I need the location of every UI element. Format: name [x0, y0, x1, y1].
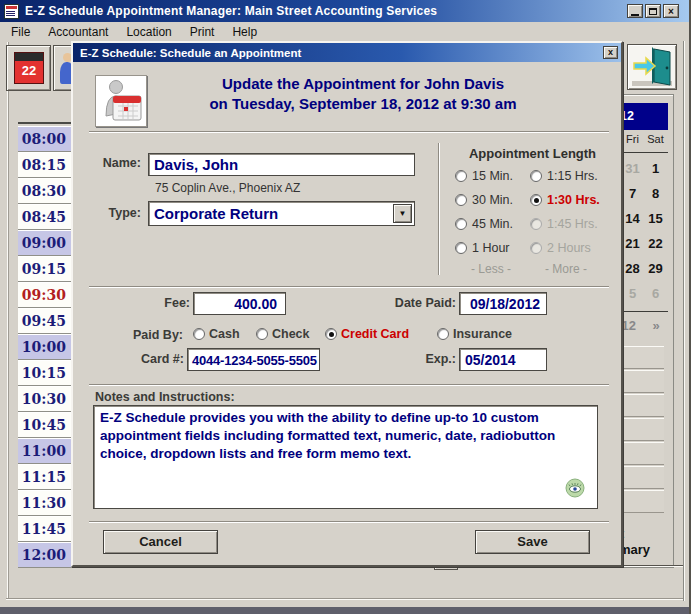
length-radio-2-hours[interactable]: [530, 242, 542, 254]
length-radio-45-min-[interactable]: [455, 218, 467, 230]
time-slot-11:30[interactable]: 11:30: [18, 490, 74, 516]
panel-divider: [8, 42, 9, 598]
length-radio-1-hour[interactable]: [455, 242, 467, 254]
exp-input[interactable]: 05/2014: [459, 348, 547, 371]
separator: [89, 131, 609, 133]
length-radio-1-45-hrs-[interactable]: [530, 218, 542, 230]
minimize-button[interactable]: [627, 4, 643, 18]
cancel-button[interactable]: Cancel: [103, 530, 218, 554]
exit-button[interactable]: [627, 44, 677, 90]
length-radio-1-30-hrs-[interactable]: [530, 194, 542, 206]
calendar-toolbar-button[interactable]: 22: [6, 45, 51, 91]
type-dropdown[interactable]: Corporate Return ▼: [148, 201, 415, 226]
length-radio-30-min-[interactable]: [455, 194, 467, 206]
window-edge: [6, 598, 684, 599]
calendar-day-header-fri: Fri: [621, 133, 644, 149]
window-title: E-Z Schedule Appointment Manager: Main S…: [25, 4, 437, 18]
time-slot-10:30[interactable]: 10:30: [18, 386, 74, 412]
separator: [89, 521, 609, 523]
chevron-down-icon[interactable]: ▼: [393, 204, 412, 223]
length-option-label: 2 Hours: [547, 241, 591, 255]
calendar-day-header-sat: Sat: [644, 133, 667, 149]
calendar-day-icon: 22: [14, 52, 44, 84]
time-slot-11:15[interactable]: 11:15: [18, 464, 74, 490]
notes-textarea[interactable]: E-Z Schedule provides you with the abili…: [93, 405, 598, 509]
appointment-length-title: Appointment Length: [450, 146, 615, 161]
time-slot-09:00[interactable]: 09:00: [18, 230, 74, 256]
calendar-date[interactable]: 15: [644, 206, 667, 231]
length-option-label: 1 Hour: [472, 241, 510, 255]
save-button[interactable]: Save: [475, 530, 590, 554]
eye-icon[interactable]: [565, 478, 585, 498]
time-slot-10:00[interactable]: 10:00: [18, 334, 74, 360]
paid-by-option-label: Cash: [209, 327, 240, 341]
type-label: Type:: [89, 206, 141, 220]
calendar-date[interactable]: 5: [621, 281, 644, 306]
length-option-label: 45 Min.: [472, 217, 513, 231]
dialog-heading: on Tuesday, September 18, 2012 at 9:30 a…: [133, 95, 593, 114]
calendar-date[interactable]: 7: [621, 181, 644, 206]
fee-input[interactable]: 400.00: [193, 292, 286, 315]
time-slot-09:30[interactable]: 09:30: [18, 282, 74, 308]
calendar-date[interactable]: 6: [644, 281, 667, 306]
dialog-close-button[interactable]: x: [603, 46, 618, 59]
calendar-date[interactable]: 1: [644, 156, 667, 181]
paid-by-radio-cash[interactable]: [193, 328, 205, 340]
paid-by-radio-credit-card[interactable]: [325, 328, 337, 340]
calendar-date[interactable]: 8: [644, 181, 667, 206]
length-option-label: 15 Min.: [472, 169, 513, 183]
paid-by-radio-check[interactable]: [256, 328, 268, 340]
time-slot-11:00[interactable]: 11:00: [18, 438, 74, 464]
paid-by-label: Paid By:: [113, 328, 183, 342]
time-slot-08:45[interactable]: 08:45: [18, 204, 74, 230]
window-edge: [684, 41, 685, 601]
time-slot-10:45[interactable]: 10:45: [18, 412, 74, 438]
paid-by-radio-insurance[interactable]: [437, 328, 449, 340]
menu-item-accountant[interactable]: Accountant: [39, 24, 117, 40]
calendar-date[interactable]: 28: [621, 256, 644, 281]
time-slot-10:15[interactable]: 10:15: [18, 360, 74, 386]
less-link[interactable]: - Less -: [455, 262, 527, 276]
window-bottom-border: [0, 607, 691, 614]
fee-label: Fee:: [113, 296, 190, 310]
schedule-appointment-dialog: E-Z Schedule: Schedule an Appointment x …: [71, 41, 623, 567]
calendar-date[interactable]: 22: [644, 231, 667, 256]
menu-item-print[interactable]: Print: [181, 24, 224, 40]
time-slot-08:30[interactable]: 08:30: [18, 178, 74, 204]
time-slot-11:45[interactable]: 11:45: [18, 516, 74, 542]
date-paid-input[interactable]: 09/18/2012: [459, 292, 547, 315]
time-slot-12:00[interactable]: 12:00: [18, 542, 74, 568]
time-slot-09:45[interactable]: 09:45: [18, 308, 74, 334]
length-radio-15-min-[interactable]: [455, 170, 467, 182]
close-button[interactable]: ×: [663, 4, 679, 18]
menu-item-location[interactable]: Location: [117, 24, 180, 40]
separator: [89, 286, 609, 288]
length-option-label: 1:45 Hrs.: [547, 217, 598, 231]
client-address: 75 Coplin Ave., Phoenix AZ: [155, 181, 300, 195]
minimize-icon: [631, 14, 639, 16]
calendar-date[interactable]: 21: [621, 231, 644, 256]
time-slot-08:00[interactable]: 08:00: [18, 126, 74, 152]
menu-item-file[interactable]: File: [2, 24, 39, 40]
calendar-next-icon[interactable]: »: [645, 318, 667, 333]
maximize-button[interactable]: [645, 4, 661, 18]
time-slot-08:15[interactable]: 08:15: [18, 152, 74, 178]
length-option-label: 30 Min.: [472, 193, 513, 207]
card-number-label: Card #:: [113, 352, 184, 366]
menu-item-help[interactable]: Help: [223, 24, 266, 40]
card-number-input[interactable]: 4044-1234-5055-5505: [187, 348, 320, 371]
dialog-title: E-Z Schedule: Schedule an Appointment: [73, 47, 301, 59]
more-link[interactable]: - More -: [530, 262, 602, 276]
paid-by-option-label: Insurance: [453, 327, 512, 341]
dialog-heading: Update the Appointment for John Davis: [133, 75, 593, 94]
dialog-titlebar: E-Z Schedule: Schedule an Appointment: [73, 43, 621, 62]
paid-by-option-label: Check: [272, 327, 310, 341]
calendar-date[interactable]: 14: [621, 206, 644, 231]
calendar-date[interactable]: 29: [644, 256, 667, 281]
date-paid-label: Date Paid:: [373, 296, 456, 310]
time-slot-09:15[interactable]: 09:15: [18, 256, 74, 282]
separator: [89, 384, 609, 386]
name-input[interactable]: Davis, John: [148, 153, 415, 176]
length-radio-1-15-hrs-[interactable]: [530, 170, 542, 182]
calendar-date[interactable]: 31: [621, 156, 644, 181]
